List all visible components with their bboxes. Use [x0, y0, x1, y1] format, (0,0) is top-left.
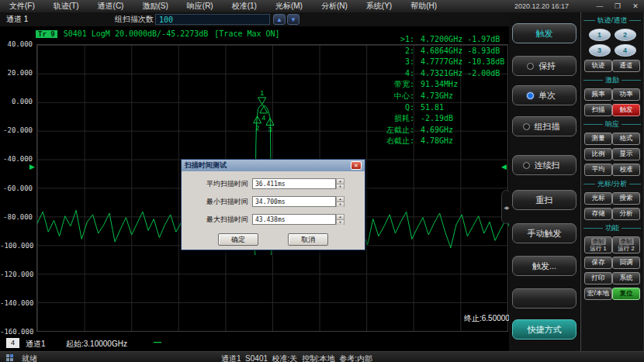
menu-calibration[interactable]: 校准(1): [223, 1, 266, 12]
sweep-count-up-icon[interactable]: ▲: [273, 14, 286, 25]
key-trace-4[interactable]: 4: [615, 44, 636, 57]
cancel-button[interactable]: 取消: [288, 233, 328, 246]
softkey-blank[interactable]: [512, 288, 576, 309]
spinner-down-icon[interactable]: ▼: [337, 202, 344, 207]
marker-readout-value: 4.7200GHz -1.97dB: [421, 34, 504, 46]
channel-tab[interactable]: 通道 1: [6, 14, 28, 25]
min-sweep-time-spinner[interactable]: ▲▼: [336, 196, 345, 207]
key-frequency[interactable]: 频率: [584, 88, 612, 101]
spinner-up-icon[interactable]: ▲: [337, 215, 344, 220]
key-trace-1[interactable]: 1: [589, 29, 611, 41]
key-label: 运行 2: [618, 245, 634, 252]
softkey-title-label: 触发: [536, 28, 553, 40]
marker-readout-key: 带宽:: [363, 79, 414, 91]
sweep-count-label: 组扫描次数: [115, 14, 154, 25]
key-system[interactable]: 系统: [612, 272, 640, 284]
softkey-label: 组扫描: [535, 121, 560, 133]
marker-readout-key: >1:: [363, 34, 414, 46]
softkey-manual-trigger[interactable]: 手动触发: [512, 223, 576, 243]
menu-marker[interactable]: 光标(M): [266, 1, 312, 12]
trace-color-legend: —: [154, 338, 161, 346]
spinner-up-icon[interactable]: ▲: [337, 179, 344, 184]
section-stimulus: 激励: [583, 75, 641, 85]
y-axis-label: -120.000: [0, 271, 33, 278]
max-sweep-time-input[interactable]: [252, 214, 336, 225]
key-trace-2[interactable]: 2: [615, 29, 636, 41]
spinner-down-icon[interactable]: ▼: [337, 184, 344, 189]
trace-badge[interactable]: Tr 9: [36, 30, 57, 38]
key-record-run-2[interactable]: 录制运行 2: [612, 236, 640, 253]
y-axis-label: -80.000: [0, 213, 33, 221]
key-preset[interactable]: 复位: [612, 288, 640, 300]
key-print[interactable]: 打印: [584, 272, 612, 284]
key-record-run-1[interactable]: 录制运行 1: [584, 236, 612, 253]
sweep-count-input[interactable]: [155, 14, 270, 25]
key-macro-local[interactable]: 宏/本地: [584, 288, 612, 300]
softkey-single[interactable]: 单次: [512, 85, 576, 105]
marker-1-icon[interactable]: [258, 98, 266, 105]
marker-readout-key: 左截止:: [363, 125, 414, 136]
key-cal[interactable]: 校准: [612, 164, 640, 176]
softkey-resweep[interactable]: 重扫: [512, 190, 576, 210]
spinner-down-icon[interactable]: ▼: [337, 220, 344, 225]
softkey-shortcut[interactable]: 快捷方式: [512, 319, 576, 340]
menu-response[interactable]: 响应(R): [178, 1, 223, 12]
dialog-title: 扫描时间测试: [185, 160, 227, 171]
key-recall[interactable]: 回调: [612, 257, 640, 269]
key-average[interactable]: 平均: [584, 164, 612, 176]
menu-help[interactable]: 帮助(H): [401, 1, 446, 12]
key-analysis[interactable]: 分析: [612, 208, 640, 220]
radio-icon: [523, 123, 530, 130]
key-marker[interactable]: 光标: [584, 192, 612, 205]
status-bar: 就绪 通道1 S0401 校准:关 控制:本地 参考:内部: [0, 351, 644, 362]
menu-analysis[interactable]: 分析(N): [312, 1, 357, 12]
ref-level-arrow-left[interactable]: ▶: [29, 163, 35, 171]
menu-trace[interactable]: 轨迹(T): [44, 1, 88, 12]
menu-stimulus[interactable]: 激励(S): [133, 1, 177, 12]
close-button[interactable]: ✕: [630, 2, 641, 10]
key-power[interactable]: 功率: [612, 88, 640, 101]
softkey-continuous[interactable]: 连续扫: [512, 155, 576, 175]
key-store[interactable]: 存储: [584, 208, 612, 220]
sweep-count-down-icon[interactable]: ▼: [287, 14, 299, 25]
menu-channel[interactable]: 通道(C): [88, 1, 133, 12]
key-measure[interactable]: 测量: [584, 133, 612, 145]
key-channel[interactable]: 通道: [612, 60, 640, 72]
y-axis-label: 0.000: [0, 98, 33, 105]
softkey-hold[interactable]: 保持: [512, 56, 576, 76]
key-trace-3[interactable]: 3: [589, 44, 611, 57]
trace-number-box[interactable]: 4: [6, 338, 19, 348]
avg-sweep-time-input[interactable]: [252, 178, 336, 189]
key-save[interactable]: 保存: [584, 257, 612, 269]
channel-toolbar: 通道 1 组扫描次数 ▲ ▼: [0, 12, 509, 26]
softkey-group-sweep[interactable]: 组扫描: [512, 116, 576, 136]
ref-level-arrow-right[interactable]: ◀: [501, 163, 507, 171]
minimize-button[interactable]: —: [594, 2, 605, 10]
key-trace[interactable]: 轨迹: [584, 60, 612, 72]
softkey-trigger-more[interactable]: 触发...: [512, 256, 576, 276]
y-axis-label: -20.000: [0, 126, 33, 134]
menu-system[interactable]: 系统(Y): [357, 1, 401, 12]
key-sweep[interactable]: 扫描: [584, 104, 612, 116]
datetime-label: 2020.12.20 16:17: [514, 2, 569, 10]
marker-readout-value: 4.6864GHz -8.93dB: [421, 46, 504, 57]
dialog-titlebar[interactable]: 扫描时间测试 ✕: [182, 160, 365, 171]
dialog-close-button[interactable]: ✕: [351, 161, 362, 170]
section-title: 响应: [605, 119, 619, 129]
softkey-label: 单次: [538, 90, 556, 102]
key-scale[interactable]: 比例: [584, 148, 612, 160]
key-search[interactable]: 搜索: [612, 192, 640, 205]
restore-button[interactable]: ❐: [612, 2, 623, 10]
key-format[interactable]: 格式: [612, 133, 640, 145]
min-sweep-time-input[interactable]: [252, 196, 336, 207]
key-trigger[interactable]: 触发: [612, 104, 640, 116]
max-sweep-time-spinner[interactable]: ▲▼: [336, 214, 345, 225]
marker-readout-key: 中心:: [363, 91, 414, 102]
avg-sweep-time-spinner[interactable]: ▲▼: [336, 178, 345, 189]
spinner-up-icon[interactable]: ▲: [337, 197, 344, 202]
status-grid-icon[interactable]: [6, 354, 13, 361]
key-display[interactable]: 显示: [612, 148, 640, 160]
section-title: 轨迹/通道: [597, 16, 628, 26]
menu-file[interactable]: 文件(F): [0, 1, 44, 12]
ok-button[interactable]: 确定: [218, 233, 258, 246]
